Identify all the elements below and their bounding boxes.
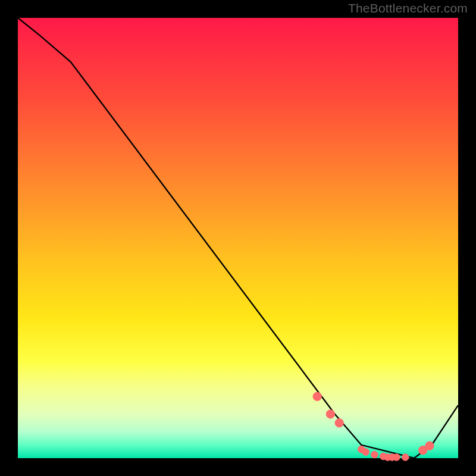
curve-marker xyxy=(371,451,378,458)
curve-marker xyxy=(393,454,400,461)
bottleneck-curve xyxy=(18,18,458,458)
curve-marker xyxy=(425,441,434,450)
curve-markers xyxy=(313,392,434,461)
curve-marker xyxy=(335,419,343,427)
curve-marker xyxy=(313,392,321,400)
chart-frame: TheBottlenecker.com xyxy=(0,0,476,476)
plot-area xyxy=(18,18,458,458)
curve-marker xyxy=(362,449,369,456)
curve-marker xyxy=(326,410,334,418)
chart-svg xyxy=(18,18,458,458)
curve-marker xyxy=(402,454,409,461)
attribution-text: TheBottlenecker.com xyxy=(348,1,468,15)
